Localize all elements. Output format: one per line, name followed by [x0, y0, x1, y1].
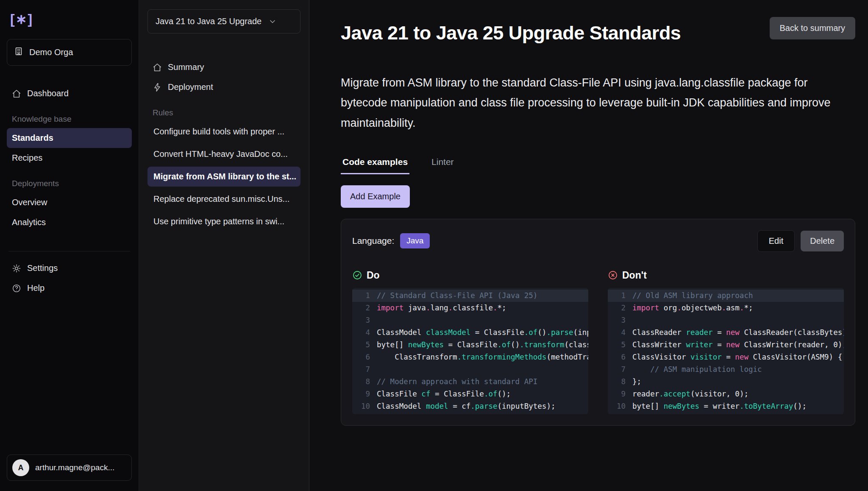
do-header: Do [352, 270, 588, 281]
do-column: Do 1// Standard Class-File API (Java 25)… [352, 270, 588, 414]
tab-linter[interactable]: Linter [430, 153, 456, 174]
code-line: 6ClassVisitor visitor = new ClassVisitor… [608, 351, 844, 363]
language-label: Language: [352, 236, 394, 246]
app-logo[interactable]: [∗] [7, 9, 132, 39]
sidebar-item-label: Help [27, 283, 45, 293]
code-line: 9ClassFile cf = ClassFile.of(); [352, 388, 588, 400]
x-circle-icon [608, 270, 618, 280]
chevron-down-icon [268, 17, 277, 26]
edit-button[interactable]: Edit [757, 230, 795, 252]
line-number: 3 [356, 314, 370, 326]
line-number: 3 [612, 314, 626, 326]
rule-item[interactable]: Use primitive type patterns in swi... [147, 212, 300, 232]
line-number: 10 [612, 400, 626, 413]
add-example-button[interactable]: Add Example [341, 185, 410, 208]
line-number: 2 [356, 302, 370, 314]
code-line: 2import java.lang.classfile.*; [352, 302, 588, 314]
help-circle-icon [12, 284, 21, 293]
back-to-summary-button[interactable]: Back to summary [770, 17, 855, 39]
code-line: 3 [608, 314, 844, 326]
line-number: 4 [612, 326, 626, 339]
do-code[interactable]: 1// Standard Class-File API (Java 25)2im… [352, 288, 588, 414]
code-columns: Do 1// Standard Class-File API (Java 25)… [352, 270, 844, 414]
line-number: 1 [612, 290, 626, 302]
code-line: 5ClassWriter writer = new ClassWriter(re… [608, 339, 844, 351]
sidebar-item-analytics[interactable]: Analytics [7, 212, 132, 232]
line-number: 8 [356, 376, 370, 388]
line-number: 8 [612, 376, 626, 388]
sidebar-item-dashboard[interactable]: Dashboard [7, 84, 132, 103]
section-rules: Rules [147, 97, 300, 122]
code-line: 6 ClassTransform.transformingMethods(met… [352, 351, 588, 363]
rule-item[interactable]: Migrate from ASM library to the st... [147, 167, 300, 187]
app-root: [∗] Demo Orga Dashboard Knowledge base S… [0, 0, 868, 491]
code-line: 10byte[] newBytes = writer.toByteArray()… [608, 400, 844, 413]
line-number: 7 [356, 363, 370, 376]
project-selector[interactable]: Java 21 to Java 25 Upgrade [147, 9, 300, 33]
project-item-label: Summary [168, 62, 204, 72]
code-line: 4ClassModel classModel = ClassFile.of().… [352, 326, 588, 339]
code-line: 9reader.accept(visitor, 0); [608, 388, 844, 400]
user-email: arthur.magne@pack... [35, 463, 114, 472]
sidebar-item-overview[interactable]: Overview [7, 192, 132, 212]
sidebar-item-label: Recipes [12, 153, 42, 163]
code-line: 4ClassReader reader = new ClassReader(cl… [608, 326, 844, 339]
sidebar-item-recipes[interactable]: Recipes [7, 148, 132, 168]
section-deployments: Deployments [7, 168, 132, 192]
sidebar-item-settings[interactable]: Settings [7, 258, 132, 278]
org-selector[interactable]: Demo Orga [7, 39, 132, 66]
avatar: A [12, 459, 29, 476]
gear-icon [12, 264, 21, 273]
home-icon [12, 89, 21, 98]
line-number: 7 [612, 363, 626, 376]
sidebar-item-label: Overview [12, 198, 47, 207]
building-icon [14, 47, 23, 58]
line-number: 9 [356, 388, 370, 400]
line-number: 4 [356, 326, 370, 339]
line-number: 5 [612, 339, 626, 351]
project-item-summary[interactable]: Summary [147, 57, 300, 77]
sidebar-spacer [7, 298, 132, 455]
rule-item[interactable]: Replace deprecated sun.misc.Uns... [147, 189, 300, 209]
sidebar-item-label: Dashboard [27, 89, 69, 98]
sidebar-item-label: Standards [12, 133, 53, 143]
project-sidebar: Java 21 to Java 25 Upgrade Summary Deplo… [139, 0, 309, 491]
dont-code[interactable]: 1// Old ASM library approach2import org.… [608, 288, 844, 414]
rule-description: Migrate from ASM library to the standard… [341, 73, 849, 133]
line-number: 6 [612, 351, 626, 363]
rule-item[interactable]: Convert HTML-heavy JavaDoc co... [147, 144, 300, 164]
sidebar-item-standards[interactable]: Standards [7, 128, 132, 148]
main-header: Java 21 to Java 25 Upgrade Standards Bac… [341, 17, 855, 44]
code-line: 8// Modern approach with standard API [352, 376, 588, 388]
line-number: 10 [356, 400, 370, 413]
project-item-label: Deployment [168, 82, 213, 92]
line-number: 2 [612, 302, 626, 314]
bolt-icon [153, 83, 162, 92]
code-line: 5byte[] newBytes = ClassFile.of().transf… [352, 339, 588, 351]
code-line: 7 [352, 363, 588, 376]
tab-code-examples[interactable]: Code examples [341, 153, 409, 174]
project-item-deployment[interactable]: Deployment [147, 77, 300, 97]
rule-item[interactable]: Configure build tools with proper ... [147, 122, 300, 142]
line-number: 6 [356, 351, 370, 363]
code-line: 3 [352, 314, 588, 326]
project-selector-value: Java 21 to Java 25 Upgrade [156, 17, 262, 26]
dont-column: Don't 1// Old ASM library approach2impor… [608, 270, 844, 414]
main-content: Java 21 to Java 25 Upgrade Standards Bac… [309, 0, 868, 491]
home-icon [153, 63, 162, 72]
line-number: 5 [356, 339, 370, 351]
tab-bar: Code examples Linter [341, 153, 855, 174]
primary-sidebar: [∗] Demo Orga Dashboard Knowledge base S… [0, 0, 139, 491]
sidebar-item-help[interactable]: Help [7, 278, 132, 298]
code-line: 2import org.objectweb.asm.*; [608, 302, 844, 314]
code-line: 1// Standard Class-File API (Java 25) [352, 290, 588, 302]
code-line: 8}; [608, 376, 844, 388]
sidebar-item-label: Analytics [12, 218, 46, 227]
delete-button[interactable]: Delete [801, 231, 844, 251]
check-circle-icon [352, 270, 362, 280]
code-example-card: Language: Java Edit Delete Do 1// Standa… [341, 219, 855, 426]
user-menu[interactable]: A arthur.magne@pack... [7, 455, 132, 481]
page-title: Java 21 to Java 25 Upgrade Standards [341, 22, 681, 44]
sidebar-divider [8, 251, 130, 251]
do-title: Do [367, 270, 380, 281]
